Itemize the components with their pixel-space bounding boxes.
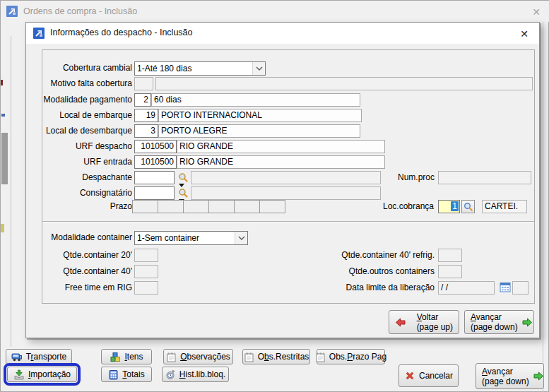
qtde-container-40-refrig-label: Qtde.container 40' refrig. [295,250,435,261]
arrow-right-icon [521,317,533,328]
voltar-button[interactable]: Voltar(page up) [389,310,459,334]
button-label: Cancelar [419,371,453,381]
prazo-field-5[interactable] [234,200,260,213]
button-label: Obs.Prazo Pag [329,352,386,362]
button-label: Itens [124,352,143,362]
calendar-icon[interactable] [500,282,511,292]
prazo-field-2[interactable] [158,200,184,213]
button-label: Importação [28,369,71,379]
data-limite-field[interactable]: / / [438,281,495,295]
avancar-dialog-button[interactable]: Avançar(page down) [464,310,534,334]
button-label: Transporte [26,352,67,362]
calculator-icon [108,369,119,380]
cancel-x-icon [404,370,415,381]
cobertura-cambial-select[interactable]: 1-Até 180 dias [134,61,266,76]
loc-cobranca-desc-field[interactable]: CARTEI. [482,200,527,213]
local-embarque-code-field[interactable]: 19 [134,109,158,122]
despachante-label: Despachante [26,172,132,183]
button-label: Avançar(page down) [471,312,518,332]
dialog-titlebar: Informações do despacho - Inclusão ✕ [26,23,539,44]
cobertura-cambial-label: Cobertura cambial [26,63,132,73]
background-window-artifact [1,133,8,184]
qtde-container-40-refrig-field[interactable] [438,249,462,262]
consignatario-label: Consignatário [26,188,132,198]
modalidade-container-select[interactable]: 1-Sem container [134,231,248,245]
notepad-icon [315,352,326,362]
prazo-label: Prazo [26,201,132,212]
consignatario-search-icon[interactable] [177,187,189,198]
motivo-falta-code-field[interactable] [134,77,153,90]
totais-button[interactable]: Totais [101,367,152,382]
dialog-close-icon[interactable]: ✕ [516,27,532,41]
arrow-left-icon [395,317,406,328]
qtde-outros-containers-field[interactable] [438,265,462,278]
button-label: Obs.Restritas [258,352,309,362]
background-window-edge [11,36,11,347]
loc-cobranca-label: Loc.cobrança [295,201,434,212]
modalidade-pagamento-desc-field[interactable]: 60 dias [151,93,360,107]
prazo-field-1[interactable] [132,200,158,213]
data-limite-extra-field[interactable] [512,281,529,295]
num-proc-label: Num.proc [295,172,435,183]
cubes-icon [110,352,121,362]
urf-entrada-desc-field[interactable]: RIO GRANDE [177,155,385,169]
obs-prazo-pag-button[interactable]: Obs.Prazo Pag [317,349,385,364]
app-icon [6,6,18,17]
button-label: Avançar(page down) [482,367,529,386]
outer-window-title: Ordens de compra - Inclusão [23,6,137,16]
prazo-field-4[interactable] [208,200,235,213]
urf-entrada-code-field[interactable]: 1010500 [134,155,177,169]
app-icon [33,28,45,39]
qtde-outros-containers-label: Qtde.outros containers [295,266,435,277]
qtde-container-40-field[interactable] [134,265,158,278]
loc-cobranca-search-button[interactable] [461,200,475,213]
despachante-code-field[interactable] [134,171,175,184]
qtde-container-20-label: Qtde.container 20' [26,250,132,261]
truck-icon [11,352,23,362]
local-desembarque-desc-field[interactable]: PORTO ALEGRE [158,124,360,138]
itens-button[interactable]: Itens [101,349,152,364]
selected-text: 1 [451,201,459,211]
button-label: Totais [122,369,144,379]
clock-icon [165,369,176,380]
chevron-down-icon [235,232,247,244]
modalidade-pagamento-code-field[interactable]: 2 [134,93,151,107]
motivo-falta-desc-field[interactable] [155,77,533,90]
outer-window-titlebar: Ordens de compra - Inclusão ✕ [1,1,549,22]
consignatario-desc-field[interactable] [191,186,381,200]
notepad-icon [244,352,254,362]
cancelar-button[interactable]: Cancelar [399,364,459,387]
data-limite-label: Data limite da liberação [295,283,435,293]
prazo-field-6[interactable] [259,200,285,213]
loc-cobranca-code-field[interactable]: 1 [438,200,460,213]
importacao-button[interactable]: Importação [7,367,77,382]
motivo-falta-label: Motivo falta cobertura [26,78,132,89]
urf-despacho-desc-field[interactable]: RIO GRANDE [177,140,385,153]
avancar-page-button[interactable]: Avançar(page down) [476,363,544,389]
local-embarque-desc-field[interactable]: PORTO INTERNACIONAL [158,109,362,122]
qtde-container-20-field[interactable] [134,249,158,262]
background-window-artifact [1,114,5,117]
local-desembarque-code-field[interactable]: 3 [134,124,158,138]
outer-close-icon[interactable]: ✕ [528,5,545,19]
section-separator [42,221,534,222]
free-time-rig-field[interactable] [134,281,158,295]
num-proc-field[interactable] [438,171,531,184]
prazo-field-3[interactable] [183,200,209,213]
background-window-edge [543,22,543,392]
button-label: Hist.lib.bloq. [179,369,225,379]
observacoes-button[interactable]: Observações [163,349,233,364]
despacho-dialog: Informações do despacho - Inclusão ✕ Cob… [25,22,540,338]
urf-entrada-label: URF entrada [26,157,132,167]
hist-lib-bloq-button[interactable]: Hist.lib.bloq. [162,367,229,382]
transporte-button[interactable]: Transporte [6,349,72,364]
dialog-title: Informações do despacho - Inclusão [50,28,193,37]
local-embarque-label: Local de embarque [26,110,132,121]
arrow-right-icon [533,371,544,381]
consignatario-code-field[interactable] [134,186,175,200]
modalidade-container-label: Modalidade container [26,232,132,243]
obs-restritas-button[interactable]: Obs.Restritas [242,349,310,364]
urf-despacho-code-field[interactable]: 1010500 [134,140,177,153]
import-icon [13,369,25,380]
despachante-search-icon[interactable] [177,172,189,183]
